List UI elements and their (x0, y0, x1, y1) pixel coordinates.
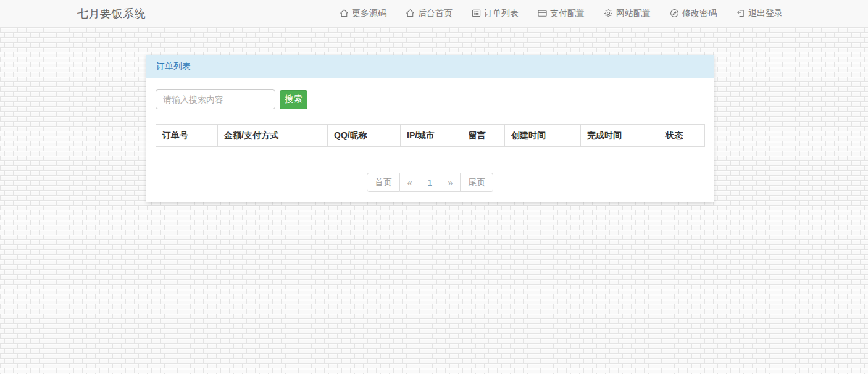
panel-title: 订单列表 (156, 61, 191, 72)
main-nav: 更多源码 后台首页 订单列表 (340, 8, 783, 19)
nav-label: 后台首页 (418, 8, 453, 19)
search-button[interactable]: 搜索 (280, 90, 307, 109)
nav-label: 修改密码 (682, 8, 717, 19)
nav-item-change-password[interactable]: 修改密码 (670, 8, 717, 19)
col-finished-time: 完成时间 (581, 125, 659, 147)
edit-icon (670, 9, 679, 18)
search-row: 搜索 (156, 89, 704, 109)
home-icon (340, 9, 349, 18)
panel-body: 搜索 订单号 金额/支付方式 QQ/昵称 IP/城市 留言 创建时间 完成时间 … (146, 78, 714, 202)
nav-label: 退出登录 (748, 8, 783, 19)
pagination-first[interactable]: 首页 (367, 173, 400, 192)
nav-label: 订单列表 (484, 8, 519, 19)
gear-icon (604, 9, 613, 18)
col-order-id: 订单号 (156, 125, 218, 147)
table-header-row: 订单号 金额/支付方式 QQ/昵称 IP/城市 留言 创建时间 完成时间 状态 (156, 125, 705, 147)
nav-item-order-list[interactable]: 订单列表 (472, 8, 519, 19)
top-navbar: 七月要饭系统 更多源码 后台首页 (0, 0, 868, 27)
pagination-prev[interactable]: « (400, 173, 420, 192)
search-input[interactable] (156, 89, 275, 109)
nav-item-site-config[interactable]: 网站配置 (604, 8, 651, 19)
nav-label: 支付配置 (550, 8, 585, 19)
nav-item-more-source[interactable]: 更多源码 (340, 8, 386, 19)
col-message: 留言 (462, 125, 505, 147)
pagination-last[interactable]: 尾页 (461, 173, 493, 192)
nav-item-payment-config[interactable]: 支付配置 (538, 8, 585, 19)
nav-item-admin-home[interactable]: 后台首页 (406, 8, 453, 19)
home-icon (406, 9, 415, 18)
credit-card-icon (538, 9, 547, 18)
pagination-page-1[interactable]: 1 (420, 173, 441, 192)
col-status: 状态 (659, 125, 705, 147)
pagination-wrap: 首页 « 1 » 尾页 (156, 173, 704, 192)
order-table: 订单号 金额/支付方式 QQ/昵称 IP/城市 留言 创建时间 完成时间 状态 (156, 124, 705, 147)
col-ip-city: IP/城市 (401, 125, 462, 147)
nav-label: 网站配置 (616, 8, 651, 19)
col-created-time: 创建时间 (505, 125, 581, 147)
nav-item-logout[interactable]: 退出登录 (736, 8, 783, 19)
page: { "navbar": { "brand": "七月要饭系统", "items"… (0, 0, 868, 374)
pagination-next[interactable]: » (440, 173, 461, 192)
brand-title: 七月要饭系统 (77, 6, 146, 21)
logout-icon (736, 9, 745, 18)
col-qq-nickname: QQ/昵称 (328, 125, 401, 147)
order-list-panel: 订单列表 搜索 订单号 金额/支付方式 QQ/昵称 IP/城市 留言 创建时间 … (146, 55, 714, 202)
col-amount-payment: 金额/支付方式 (218, 125, 328, 147)
pagination: 首页 « 1 » 尾页 (367, 173, 493, 192)
list-alt-icon (472, 9, 481, 18)
nav-label: 更多源码 (352, 8, 386, 19)
panel-heading: 订单列表 (146, 55, 714, 78)
